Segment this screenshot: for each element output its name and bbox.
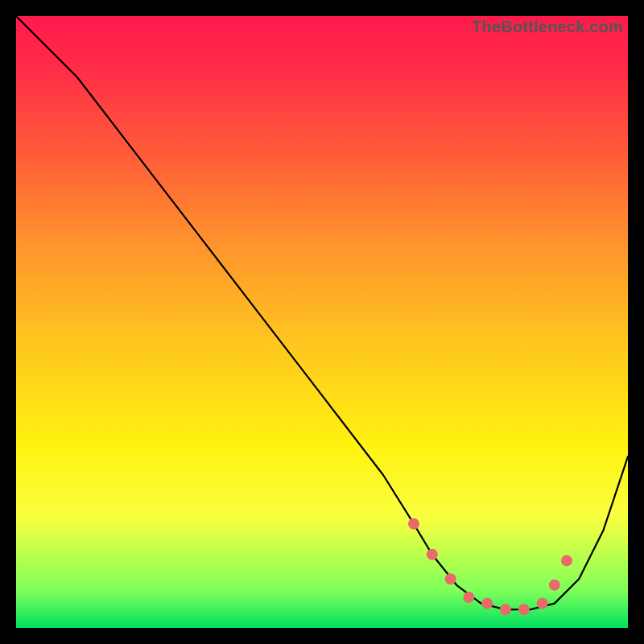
highlight-dot [549,580,560,591]
highlight-dot [408,518,419,530]
highlight-dot [481,598,493,609]
highlight-dot [500,604,511,615]
chart-frame: TheBottleneck.com [0,0,644,644]
highlight-dot [561,555,572,566]
highlight-dots-group [408,518,572,615]
highlight-dot [518,604,530,615]
highlight-dot [537,598,548,609]
plot-area: TheBottleneck.com [16,16,628,628]
highlight-dot [427,549,438,560]
chart-svg [16,16,628,628]
bottleneck-curve [16,16,628,609]
highlight-dot [445,573,456,584]
highlight-dot [463,592,474,603]
